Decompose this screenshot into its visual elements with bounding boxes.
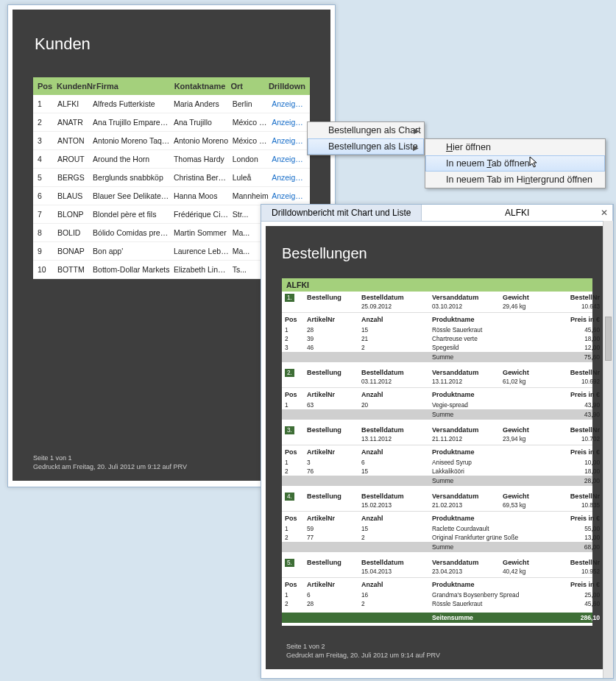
order-block: 2.BestellungBestelldatumVersanddatumGewi… (282, 367, 592, 420)
lbl-gewicht: Gewicht (503, 369, 557, 376)
line-art: 59 (307, 525, 361, 532)
scrollbar[interactable] (603, 221, 613, 678)
val-bestelldatum: 15.02.2013 (361, 502, 432, 509)
lbl-versanddatum: Versanddatum (432, 559, 503, 566)
cell-kontakt: Frédérique Citeaux (172, 210, 231, 219)
table-row: 4AROUTAround the HornThomas HardyLondonA… (33, 150, 310, 169)
lbl-versanddatum: Versanddatum (432, 294, 503, 301)
drilldown-link[interactable]: Anzeigen... (270, 99, 307, 108)
drilldown-link[interactable]: Anzeigen... (270, 173, 307, 182)
cell-firma: Blauer See Delikatessen (91, 191, 172, 200)
lbl-preis: Preis in € (557, 316, 600, 323)
order-header: 1.BestellungBestelldatumVersanddatumGewi… (282, 292, 592, 303)
lbl-gewicht: Gewicht (503, 493, 557, 500)
line-art: 39 (307, 335, 361, 342)
hdr-pos: Pos (36, 82, 55, 91)
order-line: 12815Rössle Sauerkraut45,60 (282, 325, 592, 334)
lbl-preis: Preis in € (557, 391, 600, 398)
lbl-artikelnr: ArtikelNr (307, 515, 361, 522)
context-menu-1[interactable]: Bestellungen als Chart ▶ Bestellungen al… (307, 121, 425, 155)
cell-ort: México D.F. (231, 136, 270, 145)
val-gewicht: 61,02 kg (503, 378, 557, 385)
order-header: 2.BestellungBestelldatumVersanddatumGewi… (282, 367, 592, 378)
cell-pos: 5 (36, 173, 56, 182)
lbl-pos: Pos (285, 515, 307, 522)
cell-kontakt: Maria Anders (172, 99, 231, 108)
val-versanddatum: 21.02.2013 (432, 502, 503, 509)
line-art: 76 (307, 467, 361, 475)
context-menu-2[interactable]: Hier öffnen In neuem Tab öffnen In neuem… (425, 138, 606, 188)
order-sum: Summe75,60 (282, 352, 592, 362)
lbl-bestellung: Bestellung (307, 493, 361, 500)
ctx-open-new-tab-bg[interactable]: In neuem Tab im Hintergrund öffnen (425, 172, 605, 188)
lbl-anzahl: Anzahl (361, 581, 432, 588)
lbl-pos: Pos (285, 448, 307, 456)
line-pos: 1 (285, 525, 307, 532)
lbl-summe: Summe (432, 353, 557, 361)
line-anz: 15 (361, 467, 432, 475)
tab-alfki[interactable]: ALFKI ✕ (422, 205, 613, 221)
line-pos: 1 (285, 459, 307, 466)
bestellungen-window: Drilldownbericht mit Chart und Liste ALF… (261, 204, 614, 679)
cell-ort: Luleå (231, 173, 270, 182)
drilldown-link[interactable]: Anzeigen... (270, 155, 307, 163)
cell-ort: Mannheim (231, 191, 270, 200)
lbl-versanddatum: Versanddatum (432, 493, 503, 500)
line-anz: 2 (361, 600, 432, 607)
order-line: 23921Chartreuse verte18,00 (282, 334, 592, 343)
table-row: 1ALFKIAlfreds FutterkisteMaria AndersBer… (33, 95, 310, 113)
val-bestellnr: 10.835 (557, 502, 600, 509)
line-preis: 25,00 (557, 591, 600, 599)
cell-nr: ALFKI (56, 99, 91, 108)
order-number-badge: 4. (285, 493, 294, 501)
val-versanddatum: 23.04.2013 (432, 568, 503, 575)
cell-kontakt: Christina Berglund (172, 173, 231, 182)
chevron-right-icon: ▶ (413, 144, 419, 152)
drilldown-link[interactable]: Anzeigen... (270, 191, 307, 200)
line-preis: 12,00 (557, 344, 600, 351)
order-number-badge: 3. (285, 426, 294, 434)
cell-pos: 6 (36, 191, 56, 200)
scroll-thumb[interactable] (605, 317, 612, 361)
ctx-open-here[interactable]: Hier öffnen (425, 139, 605, 155)
ctx-bestellungen-liste[interactable]: Bestellungen als Liste ▶ (308, 138, 424, 155)
lines-header: PosArtikelNrAnzahlProduktnamePreis in € (282, 312, 592, 325)
cell-kontakt: Thomas Hardy (172, 155, 231, 163)
cell-ort: Berlin (231, 99, 270, 108)
ctx-bestellungen-chart[interactable]: Bestellungen als Chart ▶ (308, 122, 424, 138)
line-anz: 16 (361, 591, 432, 599)
ctx-open-new-tab[interactable]: In neuem Tab öffnen (425, 155, 605, 172)
line-prod: Spegesild (432, 344, 557, 351)
lbl-bestellung: Bestellung (307, 559, 361, 566)
line-preis: 18,00 (557, 467, 600, 475)
line-pos: 1 (285, 326, 307, 334)
lines-header: PosArtikelNrAnzahlProduktnamePreis in € (282, 387, 592, 401)
lbl-anzahl: Anzahl (361, 391, 432, 398)
cell-firma: Ana Trujillo Emparedados y (91, 118, 172, 127)
bestellungen-title: Bestellungen (282, 245, 592, 262)
order-block: 3.BestellungBestelldatumVersanddatumGewi… (282, 424, 592, 486)
drilldown-link[interactable]: Anzeigen... (270, 118, 307, 127)
order-header: 4.BestellungBestelldatumVersanddatumGewi… (282, 490, 592, 502)
val-bestellnr: 10.702 (557, 436, 600, 442)
lbl-bestellnr: BestellNr (557, 369, 600, 376)
cell-pos: 10 (36, 265, 56, 274)
order-number-badge: 2. (285, 369, 294, 377)
close-icon[interactable]: ✕ (601, 208, 608, 218)
line-anz: 6 (361, 459, 432, 466)
line-prod: Chartreuse verte (432, 335, 557, 342)
lbl-produktname: Produktname (432, 515, 503, 522)
line-prod: Raclette Courdavault (432, 525, 557, 532)
bestellungen-page: Bestellungen ALFKI 1.BestellungBestellda… (266, 226, 609, 669)
cell-firma: Bon app' (91, 247, 172, 255)
bestellungen-footer: Seite 1 von 2 Gedruckt am Freitag, 20. J… (286, 642, 440, 660)
table-row: 6BLAUSBlauer See DelikatessenHanna MoosM… (33, 187, 310, 205)
lbl-summe: Summe (432, 477, 557, 484)
line-prod: Original Frankfurter grüne Soße (432, 534, 557, 541)
tab-drilldown[interactable]: Drilldownbericht mit Chart und Liste (261, 205, 422, 221)
order-header: 5.BestellungBestelldatumVersanddatumGewi… (282, 557, 592, 568)
lbl-bestellung: Bestellung (307, 369, 361, 376)
hdr-drill: Drilldown (267, 82, 307, 91)
drilldown-link[interactable]: Anzeigen... (270, 136, 307, 145)
line-prod: Grandma's Boysenberry Spread (432, 591, 557, 599)
